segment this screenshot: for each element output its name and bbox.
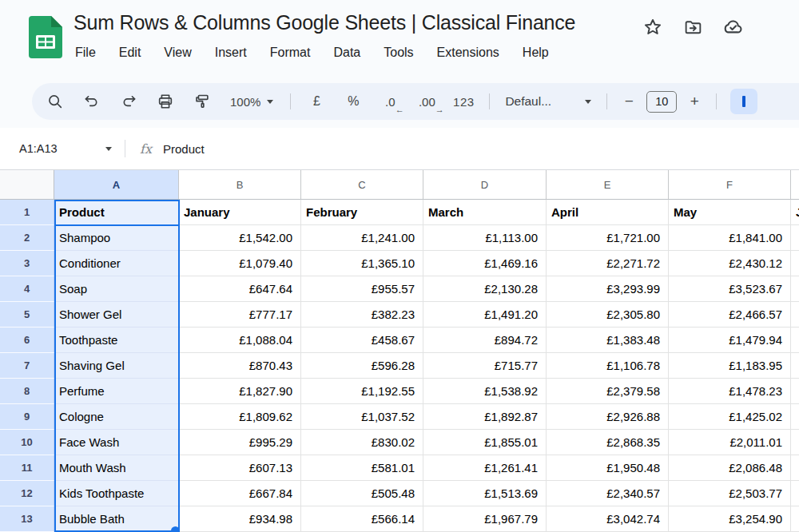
menu-tools[interactable]: Tools xyxy=(384,46,413,60)
menu-format[interactable]: Format xyxy=(270,46,311,60)
menu-help[interactable]: Help xyxy=(523,46,549,60)
row-header-9[interactable]: 9 xyxy=(0,404,54,430)
cell-D11[interactable]: £1,261.41 xyxy=(423,455,547,481)
cell-F2[interactable]: £1,841.00 xyxy=(669,225,791,251)
cell-C3[interactable]: £1,365.10 xyxy=(301,251,423,276)
cell-E11[interactable]: £1,950.48 xyxy=(547,455,669,481)
cell-clipped-9[interactable] xyxy=(791,404,799,430)
cell-E10[interactable]: £2,868.35 xyxy=(547,430,669,455)
menu-file[interactable]: File xyxy=(75,46,96,60)
cell-E12[interactable]: £2,340.57 xyxy=(547,481,669,506)
document-title[interactable]: Sum Rows & Columns Google Sheets | Class… xyxy=(74,11,575,34)
cell-A4[interactable]: Soap xyxy=(54,276,179,302)
cell-F9[interactable]: £1,425.02 xyxy=(669,404,791,430)
column-header-E[interactable]: E xyxy=(547,170,669,200)
cell-F13[interactable]: £3,254.90 xyxy=(669,506,791,532)
cell-D2[interactable]: £1,113.00 xyxy=(423,225,547,251)
cell-E4[interactable]: £3,293.99 xyxy=(547,276,669,302)
cell-clipped-13[interactable] xyxy=(791,506,799,532)
cell-F12[interactable]: £2,503.77 xyxy=(669,481,791,506)
cell-D13[interactable]: £1,967.79 xyxy=(423,506,547,532)
cell-C5[interactable]: £382.23 xyxy=(301,302,423,328)
cell-clipped-3[interactable] xyxy=(791,251,799,276)
cell-C12[interactable]: £505.48 xyxy=(301,481,423,506)
move-folder-button[interactable] xyxy=(681,15,705,39)
cloud-status-button[interactable] xyxy=(721,15,745,39)
cell-E7[interactable]: £1,106.78 xyxy=(547,353,669,379)
font-family-select[interactable]: Defaul... xyxy=(497,94,599,109)
cell-F10[interactable]: £2,011.01 xyxy=(669,430,791,455)
cell-clipped-4[interactable] xyxy=(791,276,799,302)
cell-clipped-1[interactable]: J xyxy=(791,200,799,225)
paint-format-button[interactable] xyxy=(184,87,221,116)
cell-A5[interactable]: Shower Gel xyxy=(54,302,179,328)
cell-C8[interactable]: £1,192.55 xyxy=(301,379,423,404)
cell-E3[interactable]: £2,271.72 xyxy=(547,251,669,276)
row-header-13[interactable]: 13 xyxy=(0,506,54,532)
row-header-10[interactable]: 10 xyxy=(0,430,54,455)
row-header-2[interactable]: 2 xyxy=(0,225,54,251)
cell-clipped-8[interactable] xyxy=(791,379,799,404)
cell-B2[interactable]: £1,542.00 xyxy=(179,225,301,251)
column-header-B[interactable]: B xyxy=(179,170,301,200)
cell-D3[interactable]: £1,469.16 xyxy=(423,251,547,276)
search-button[interactable] xyxy=(37,87,74,116)
cell-clipped-5[interactable] xyxy=(791,302,799,328)
cell-F5[interactable]: £2,466.57 xyxy=(669,302,791,328)
cell-C7[interactable]: £596.28 xyxy=(301,353,423,379)
cell-C10[interactable]: £830.02 xyxy=(301,430,423,455)
cell-F7[interactable]: £1,183.95 xyxy=(669,353,791,379)
menu-data[interactable]: Data xyxy=(333,46,360,60)
cell-D9[interactable]: £1,892.87 xyxy=(423,404,547,430)
cell-B13[interactable]: £934.98 xyxy=(179,506,301,532)
decrease-decimal-button[interactable]: .0← xyxy=(372,87,408,116)
cell-C2[interactable]: £1,241.00 xyxy=(301,225,423,251)
cell-clipped-12[interactable] xyxy=(791,481,799,506)
print-button[interactable] xyxy=(147,87,184,116)
cell-E9[interactable]: £2,926.88 xyxy=(547,404,669,430)
cell-A12[interactable]: Kids Toothpaste xyxy=(54,481,179,506)
cell-B10[interactable]: £995.29 xyxy=(179,430,301,455)
column-header-C[interactable]: C xyxy=(301,170,423,200)
cell-D5[interactable]: £1,491.20 xyxy=(423,302,547,328)
decrease-font-size-button[interactable]: − xyxy=(614,87,643,116)
row-header-12[interactable]: 12 xyxy=(0,481,54,506)
increase-decimal-button[interactable]: .00→ xyxy=(408,87,445,116)
undo-button[interactable] xyxy=(74,87,110,116)
percent-format-button[interactable]: % xyxy=(335,87,372,116)
row-header-4[interactable]: 4 xyxy=(0,276,54,302)
cell-D12[interactable]: £1,513.69 xyxy=(423,481,547,506)
column-header-F[interactable]: F xyxy=(669,170,791,200)
cell-B9[interactable]: £1,809.62 xyxy=(179,404,301,430)
row-header-5[interactable]: 5 xyxy=(0,302,54,328)
cell-D10[interactable]: £1,855.01 xyxy=(423,430,547,455)
column-header-A[interactable]: A xyxy=(54,170,179,200)
cell-C13[interactable]: £566.14 xyxy=(301,506,423,532)
cell-A6[interactable]: Toothpaste xyxy=(54,328,179,353)
cell-E13[interactable]: £3,042.74 xyxy=(547,506,669,532)
row-header-8[interactable]: 8 xyxy=(0,379,54,404)
zoom-control[interactable]: 100% xyxy=(221,95,283,109)
cell-E2[interactable]: £1,721.00 xyxy=(547,225,669,251)
number-format-button[interactable]: 123 xyxy=(445,87,482,116)
cell-F11[interactable]: £2,086.48 xyxy=(669,455,791,481)
cell-B4[interactable]: £647.64 xyxy=(179,276,301,302)
name-box[interactable]: A1:A13 xyxy=(0,142,120,155)
cell-B12[interactable]: £667.84 xyxy=(179,481,301,506)
cell-F3[interactable]: £2,430.12 xyxy=(669,251,791,276)
formula-input[interactable]: Product xyxy=(163,142,205,156)
menu-insert[interactable]: Insert xyxy=(215,46,247,60)
redo-button[interactable] xyxy=(110,87,147,116)
cell-E8[interactable]: £2,379.58 xyxy=(547,379,669,404)
cell-A7[interactable]: Shaving Gel xyxy=(54,353,179,379)
star-button[interactable] xyxy=(641,15,665,39)
cell-clipped-6[interactable] xyxy=(791,328,799,353)
cell-A10[interactable]: Face Wash xyxy=(54,430,179,455)
cell-E5[interactable]: £2,305.80 xyxy=(547,302,669,328)
cell-A3[interactable]: Conditioner xyxy=(54,251,179,276)
cell-A11[interactable]: Mouth Wash xyxy=(54,455,179,481)
row-header-11[interactable]: 11 xyxy=(0,455,54,481)
cell-clipped-2[interactable] xyxy=(791,225,799,251)
cell-A1[interactable]: Product xyxy=(54,200,179,225)
row-header-1[interactable]: 1 xyxy=(0,200,54,225)
